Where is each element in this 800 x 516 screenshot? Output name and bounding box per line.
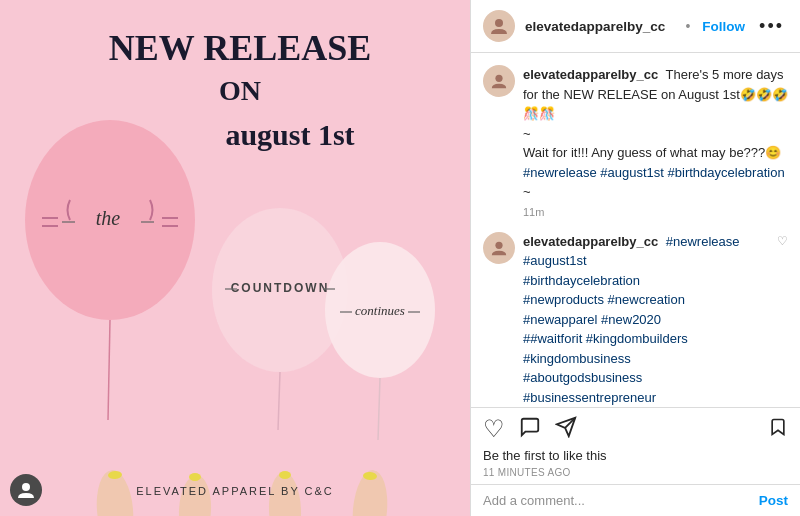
comment-text: elevatedapparelby_cc #newrelease #august… [523,232,769,408]
post-image: continues COUNTDOWN the NEW RELEASE ON a… [0,0,470,516]
comments-area: elevatedapparelby_cc There's 5 more days… [471,53,800,407]
comment-item: elevatedapparelby_cc #newrelease #august… [483,232,788,408]
right-panel: elevatedapparelby_cc • Follow ••• elevat… [470,0,800,516]
svg-text:august 1st: august 1st [225,118,354,151]
like-comment-button[interactable]: ♡ [777,234,788,248]
comment-text: elevatedapparelby_cc There's 5 more days… [523,65,788,202]
post-timestamp: 11 MINUTES AGO [483,467,788,478]
svg-text:COUNTDOWN: COUNTDOWN [231,281,330,295]
svg-point-35 [495,241,502,248]
comment-username[interactable]: elevatedapparelby_cc [523,67,658,82]
svg-text:continues: continues [355,303,405,318]
comment-content: elevatedapparelby_cc There's 5 more days… [523,65,788,218]
svg-text:the: the [96,207,121,229]
comment-time: 11m [523,206,788,218]
share-button[interactable] [555,416,577,442]
comment-username[interactable]: elevatedapparelby_cc [523,234,658,249]
comment-avatar[interactable] [483,65,515,97]
more-options-button[interactable]: ••• [755,16,788,37]
comment-button[interactable] [519,416,541,442]
actions-bar: ♡ Be the first to like this 11 MINUTES A… [471,407,800,484]
poster-username[interactable]: elevatedapparelby_cc [525,19,673,34]
post-comment-button[interactable]: Post [759,493,788,508]
svg-text:ELEVATED APPAREL BY C&C: ELEVATED APPAREL BY C&C [136,485,334,497]
comment-item: elevatedapparelby_cc There's 5 more days… [483,65,788,218]
current-user-avatar [10,474,42,506]
svg-point-25 [189,473,201,481]
bookmark-button[interactable] [768,416,788,442]
poster-avatar[interactable] [483,10,515,42]
svg-point-32 [22,483,30,491]
svg-point-33 [495,19,503,27]
action-icons: ♡ [483,416,788,442]
svg-point-26 [279,471,291,479]
svg-text:NEW RELEASE: NEW RELEASE [109,28,371,68]
dot-separator: • [685,18,690,34]
heart-button[interactable]: ♡ [483,417,505,441]
add-comment-bar: Post [471,484,800,516]
comment-content: elevatedapparelby_cc #newrelease #august… [523,232,769,408]
comment-input[interactable] [483,493,751,508]
svg-point-34 [495,75,502,82]
comment-avatar[interactable] [483,232,515,264]
post-header: elevatedapparelby_cc • Follow ••• [471,0,800,53]
likes-count: Be the first to like this [483,448,788,463]
follow-button[interactable]: Follow [702,19,745,34]
svg-text:ON: ON [219,75,261,106]
